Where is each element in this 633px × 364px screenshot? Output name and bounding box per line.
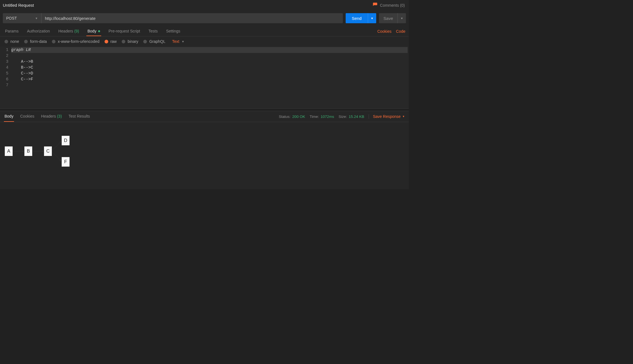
body-format-label: Text (172, 39, 179, 44)
code-line: graph LR (11, 47, 408, 53)
time-value: 1072ms (321, 115, 334, 119)
radio-icon (52, 40, 56, 43)
tab-prerequest[interactable]: Pre-request Script (107, 27, 141, 36)
caret-down-icon: ▼ (35, 17, 38, 20)
tab-body[interactable]: Body (86, 27, 101, 36)
diagram-node-c: C (44, 146, 52, 156)
code-line: C-->F (11, 77, 33, 81)
code-line: B-->C (11, 65, 33, 70)
size-value: 15.24 KB (349, 115, 364, 119)
tab-headers-count: (9) (74, 29, 79, 33)
body-type-graphql[interactable]: GraphQL (143, 39, 165, 44)
body-type-form-data[interactable]: form-data (24, 39, 47, 44)
body-format-select[interactable]: Text ▼ (172, 39, 184, 44)
diagram-node-b: B (24, 146, 33, 156)
tab-headers[interactable]: Headers (9) (57, 27, 80, 36)
comments-label: Comments (0) (380, 3, 405, 8)
body-type-xwww[interactable]: x-www-form-urlencoded (52, 39, 100, 44)
response-tab-headers[interactable]: Headers (3) (41, 111, 63, 122)
caret-down-icon: ▼ (182, 40, 184, 43)
line-number: 7 (0, 82, 8, 88)
http-method-select[interactable]: POST ▼ (3, 13, 41, 23)
body-indicator-dot (98, 30, 100, 32)
line-number: 1 (0, 47, 8, 53)
caret-down-icon: ▼ (402, 115, 405, 118)
diagram-edges (0, 122, 409, 189)
save-response-label: Save Response (373, 114, 401, 119)
code-link[interactable]: Code (396, 29, 405, 34)
tab-params[interactable]: Params (4, 27, 20, 36)
method-value: POST (6, 16, 17, 20)
radio-label: binary (128, 39, 138, 44)
body-type-binary[interactable]: binary (122, 39, 138, 44)
radio-label: GraphQL (149, 39, 165, 44)
line-gutter: 1 2 3 4 5 6 7 (0, 46, 10, 108)
radio-icon (24, 40, 28, 43)
tab-tests[interactable]: Tests (147, 27, 159, 36)
line-number: 2 (0, 53, 8, 59)
radio-icon (122, 40, 125, 43)
radio-icon (4, 40, 8, 43)
comment-icon (373, 2, 378, 8)
time-label: Time: (309, 115, 319, 119)
cookies-link[interactable]: Cookies (377, 29, 392, 34)
response-body-diagram: A B C D F (0, 122, 409, 189)
save-dropdown-button[interactable]: ▼ (398, 13, 406, 23)
body-type-none[interactable]: none (4, 39, 19, 44)
tab-authorization[interactable]: Authorization (26, 27, 51, 36)
save-button[interactable]: Save (379, 13, 398, 23)
response-tab-headers-label: Headers (41, 114, 56, 118)
save-response-button[interactable]: Save Response ▼ (369, 114, 405, 119)
diagram-node-a: A (4, 146, 13, 156)
send-dropdown-button[interactable]: ▼ (368, 13, 376, 23)
radio-label: none (10, 39, 19, 44)
pane-divider[interactable] (0, 108, 409, 111)
diagram-node-f: F (61, 157, 70, 167)
status-label: Status: (279, 115, 291, 119)
response-tab-tests[interactable]: Test Results (68, 111, 91, 122)
radio-label: form-data (30, 39, 47, 44)
radio-icon (105, 40, 108, 43)
send-button[interactable]: Send (346, 13, 368, 23)
request-url-input[interactable] (41, 13, 343, 23)
radio-label: x-www-form-urlencoded (58, 39, 100, 44)
code-line: C-->D (11, 71, 33, 76)
response-tab-cookies[interactable]: Cookies (20, 111, 35, 122)
line-number: 6 (0, 76, 8, 82)
tab-body-label: Body (87, 29, 96, 33)
request-title: Untitled Request (3, 3, 34, 8)
code-content[interactable]: graph LR A-->B B-->C C-->D C-->F (10, 46, 409, 108)
tab-headers-label: Headers (58, 29, 73, 33)
size-label: Size: (339, 115, 347, 119)
line-number: 3 (0, 59, 8, 65)
status-value: 200 OK (292, 115, 305, 119)
request-body-editor[interactable]: 1 2 3 4 5 6 7 graph LR A-->B B-->C C-->D… (0, 46, 409, 108)
response-headers-count: (3) (57, 114, 62, 118)
response-tab-body[interactable]: Body (4, 111, 14, 122)
radio-label: raw (110, 39, 117, 44)
body-type-raw[interactable]: raw (105, 39, 117, 44)
line-number: 5 (0, 71, 8, 76)
line-number: 4 (0, 65, 8, 71)
diagram-node-d: D (61, 136, 70, 146)
radio-icon (143, 40, 147, 43)
tab-settings[interactable]: Settings (165, 27, 181, 36)
comments-button[interactable]: Comments (0) (373, 2, 405, 8)
code-line: A-->B (11, 59, 33, 64)
